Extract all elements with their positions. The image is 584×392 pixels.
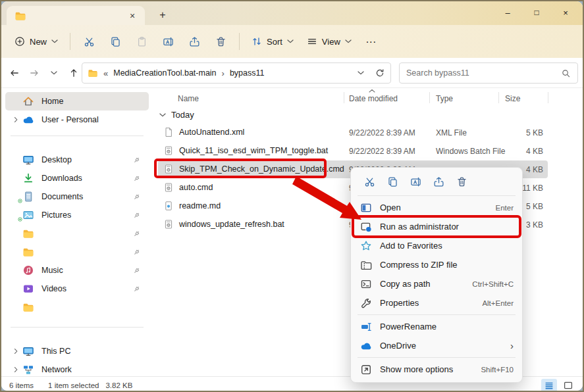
menu-item-run-as-administrator[interactable]: Run as administrator (354, 217, 519, 236)
share-button[interactable] (181, 30, 207, 53)
cut-button[interactable] (76, 30, 102, 53)
selection-count: 1 item selected (48, 381, 99, 389)
sidebar-item-videos[interactable]: Videos (5, 280, 149, 298)
copy-button[interactable] (381, 172, 404, 191)
breadcrumb-separator: › (221, 68, 226, 78)
menu-item-properties[interactable]: Properties Alt+Enter (354, 293, 519, 312)
folder-icon (88, 68, 98, 78)
chevron-slot (9, 228, 22, 239)
sort-button-label: Sort (267, 37, 282, 47)
chevron-down-icon (51, 39, 58, 43)
sidebar-spacer (1, 143, 153, 151)
up-button[interactable] (65, 62, 83, 84)
close-button[interactable]: × (551, 1, 580, 24)
menu-item-add-to-favorites[interactable]: Add to Favorites (354, 236, 519, 255)
menu-item-compress-to-zip[interactable]: Compress to ZIP file (354, 255, 519, 274)
column-divider[interactable] (548, 92, 548, 103)
address-bar[interactable]: « MediaCreationTool.bat-main › bypass11 (82, 62, 391, 84)
maximize-button[interactable]: □ (522, 1, 551, 24)
chevron-slot (9, 302, 22, 312)
expand-chevron-icon[interactable] (9, 114, 22, 125)
sidebar-item-folder[interactable] (5, 243, 149, 261)
file-row[interactable]: AutoUnattend.xml 9/22/2022 8:39 AM XML F… (158, 124, 548, 141)
search-input[interactable] (406, 68, 561, 78)
menu-item-powerrename[interactable]: PowerRename (354, 317, 519, 336)
zip-folder-icon (360, 259, 372, 271)
title-bar: × + – □ × (1, 1, 583, 25)
file-type: XML File (436, 128, 467, 137)
search-box[interactable] (399, 62, 578, 84)
menu-item-show-more-options[interactable]: Show more options Shift+F10 (354, 360, 519, 379)
rename-icon (163, 36, 174, 47)
window-controls: – □ × (493, 1, 580, 24)
paste-icon (136, 36, 147, 47)
sidebar-item-music[interactable]: Music (5, 261, 149, 280)
shortcut-badge-icon (18, 194, 27, 203)
column-header-size[interactable]: Size (505, 94, 520, 103)
share-icon (189, 36, 200, 47)
sidebar-item-folder[interactable] (5, 224, 149, 243)
chevron-slot (9, 96, 22, 107)
column-header-date[interactable]: Date modified (349, 94, 398, 103)
column-header-type[interactable]: Type (436, 94, 453, 103)
sidebar-item-this-pc[interactable]: This PC (5, 342, 149, 360)
sidebar-item-documents[interactable]: Documents (5, 187, 149, 206)
powerrename-icon (360, 321, 372, 333)
sidebar-item-label: This PC (41, 347, 145, 356)
delete-button[interactable] (207, 30, 234, 53)
navigation-pane: Home User - Personal Desktop Downloads (1, 88, 153, 376)
paste-button[interactable] (128, 30, 155, 53)
refresh-icon[interactable] (375, 68, 385, 78)
breadcrumb-overflow[interactable]: « (102, 68, 109, 78)
column-divider[interactable] (429, 92, 430, 103)
collapse-chevron-icon[interactable] (159, 113, 166, 117)
column-divider[interactable] (344, 92, 344, 103)
address-dropdown-icon[interactable] (358, 71, 364, 75)
expand-chevron-icon[interactable] (9, 364, 22, 375)
sidebar-item-folder[interactable] (5, 298, 149, 316)
large-icons-view-button[interactable] (560, 379, 576, 391)
rename-button[interactable] (404, 172, 427, 191)
menu-item-copy-as-path[interactable]: Copy as path Ctrl+Shift+C (354, 274, 519, 293)
new-button[interactable]: New (8, 30, 65, 53)
sidebar-item-home[interactable]: Home (5, 92, 149, 110)
delete-button[interactable] (450, 172, 473, 191)
breadcrumb-item[interactable]: bypass11 (230, 68, 265, 78)
copy-button[interactable] (102, 30, 128, 53)
tab-close-button[interactable]: × (125, 9, 140, 23)
view-button[interactable]: View (300, 30, 358, 53)
column-divider[interactable] (498, 92, 499, 103)
share-button[interactable] (427, 172, 450, 191)
pin-icon (132, 174, 141, 183)
sort-button[interactable]: Sort (245, 30, 300, 53)
forward-button[interactable] (25, 62, 43, 84)
new-tab-button[interactable]: + (154, 7, 171, 23)
see-more-button[interactable]: ... (358, 30, 385, 53)
sidebar-item-label: Network (41, 365, 145, 374)
new-plus-icon (14, 36, 25, 47)
sidebar-item-label: Documents (41, 192, 132, 201)
column-header-name[interactable]: Name (178, 94, 199, 103)
back-button[interactable] (5, 62, 24, 84)
menu-item-onedrive[interactable]: OneDrive › (354, 336, 519, 355)
sidebar-item-downloads[interactable]: Downloads (5, 169, 149, 187)
sidebar-item-pictures[interactable]: Pictures (5, 206, 149, 224)
explorer-tab[interactable]: × (7, 6, 145, 25)
breadcrumb-item[interactable]: MediaCreationTool.bat-main (113, 68, 216, 78)
rename-button[interactable] (155, 30, 181, 53)
cut-icon (84, 36, 95, 47)
group-header-today[interactable]: Today (159, 110, 194, 120)
sidebar-item-onedrive[interactable]: User - Personal (5, 110, 149, 129)
chevron-slot (9, 283, 22, 294)
cut-button[interactable] (358, 172, 381, 191)
minimize-button[interactable]: – (493, 1, 522, 24)
file-row[interactable]: Quick_11_iso_esd_wim_TPM_toggle.bat 9/22… (158, 142, 548, 160)
sidebar-item-desktop[interactable]: Desktop (5, 151, 149, 169)
forward-arrow-icon (29, 68, 40, 78)
expand-chevron-icon[interactable] (9, 346, 22, 356)
recent-locations-button[interactable] (45, 62, 63, 84)
menu-item-open[interactable]: Open Enter (354, 198, 519, 217)
submenu-chevron-icon: › (510, 340, 514, 351)
sidebar-item-network[interactable]: Network (5, 360, 149, 376)
details-view-button[interactable] (541, 379, 557, 391)
